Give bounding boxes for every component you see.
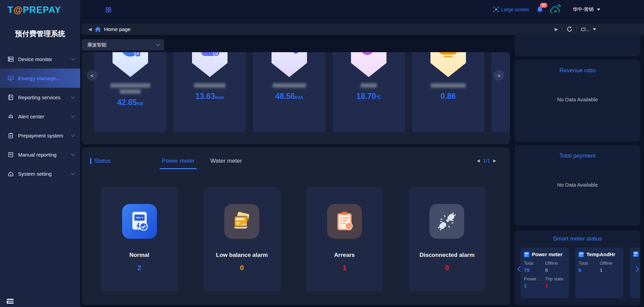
server-icon <box>8 56 14 62</box>
p-badge-icon: P <box>134 52 141 57</box>
section-accent-bar <box>90 158 91 164</box>
metric-shield: P S <box>272 52 307 77</box>
status-card-arrears[interactable]: 欠 Arrears 1 <box>306 187 383 291</box>
status-card-label: Normal <box>129 252 149 259</box>
metric-shield <box>351 52 386 77</box>
stat-label: Offline <box>600 261 621 266</box>
smart-meter-status-card: Smart meter status Power meter Total Off… <box>515 230 640 305</box>
status-card-count: 0 <box>240 264 244 272</box>
app-logo: T@PREPAY <box>0 0 80 15</box>
stat-label: Trip state <box>545 276 566 281</box>
status-section-title: Status <box>94 158 111 164</box>
smart-meter-status-title: Smart meter status <box>515 230 640 242</box>
status-card-count: 0 <box>445 264 449 272</box>
metric-value: 0.86 <box>441 92 456 101</box>
energy-chart-icon <box>8 75 14 82</box>
metric-card-temperature: 18.70℃ <box>333 52 405 132</box>
refresh-button[interactable] <box>567 26 572 32</box>
page-prev-button[interactable]: ◀ <box>477 158 480 163</box>
book-icon <box>8 94 14 101</box>
smart-meter-name: Power meter <box>532 251 562 257</box>
notification-count-badge: 85 <box>540 3 547 8</box>
sidebar-item-alert-center[interactable]: Alert center <box>0 107 80 126</box>
metric-shield: P <box>113 52 148 77</box>
caret-down-icon <box>597 9 600 11</box>
sidebar-item-system-setting[interactable]: System setting <box>0 164 80 183</box>
status-card-normal[interactable]: Normal 2 <box>101 187 178 291</box>
status-card-low-balance[interactable]: Low balance alarm 0 <box>204 187 280 291</box>
arrears-badge-glyph: 欠 <box>347 224 351 229</box>
notifications-button[interactable]: 85 <box>537 6 543 13</box>
smart-meter-name: TempAndHr <box>586 251 615 257</box>
chevron-down-icon <box>156 42 160 46</box>
q-badge-icon: Q <box>213 52 220 57</box>
arrears-clipboard-icon: 欠 <box>327 204 362 239</box>
redacted-label <box>273 83 306 88</box>
large-screen-button[interactable]: Large screen <box>493 7 529 12</box>
redacted-label <box>110 83 150 94</box>
stat-value: 8 <box>545 267 566 273</box>
back-arrow-button[interactable]: ◀ <box>88 27 92 32</box>
meter-icon <box>633 251 639 257</box>
stat-value: 6 <box>579 267 600 273</box>
metric-shield: Q <box>192 52 228 77</box>
sidebar-item-manual-reporting[interactable]: Manual reporting <box>0 145 80 164</box>
page-tag-select[interactable]: Cl... <box>581 27 596 32</box>
site-selector[interactable]: 康派智能 <box>82 39 164 50</box>
sidebar-item-energy-management[interactable]: Energy manage... <box>0 69 80 88</box>
meter-icon <box>524 252 529 257</box>
status-card-label: Low balance alarm <box>216 252 268 259</box>
metric-unit: kvar <box>215 95 224 100</box>
status-card-label: Arrears <box>334 252 355 259</box>
logo-at-icon: @ <box>14 5 23 15</box>
cos-phi-icon: cosφ <box>439 52 457 55</box>
sidebar-item-reporting-services[interactable]: Reporting services <box>0 88 80 107</box>
sidebar-item-prepayment-system[interactable]: Prepayment system <box>0 126 80 145</box>
logo-text: T <box>8 5 14 15</box>
meter-icon <box>579 252 584 257</box>
metric-value: 42.85 <box>117 98 137 107</box>
sidebar-item-device-monitor[interactable]: Device monitor <box>0 49 80 69</box>
stat-label: Total <box>579 261 600 266</box>
alarm-icon <box>8 113 14 120</box>
smart-meter-card-power: Power meter Total Offline 75 8 Power ...… <box>521 248 569 298</box>
stat-label: Total <box>524 261 545 266</box>
total-payment-card: Total payment No Data Available <box>515 145 640 226</box>
metric-value: 13.63 <box>195 92 215 101</box>
metric-card-reactive-power: Q 13.63kvar <box>174 52 246 132</box>
carousel-next-button[interactable]: > <box>494 70 504 81</box>
meter-ok-icon <box>122 204 157 239</box>
redacted-label <box>431 83 466 88</box>
scrolled-card-stub <box>515 33 640 56</box>
status-panel: Status Power meter Water meter ◀ 1/1 ▶ <box>82 147 510 305</box>
site-selector-value: 康派智能 <box>87 42 157 48</box>
status-tabs: Power meter Water meter <box>162 158 242 169</box>
payment-empty-state: No Data Available <box>515 182 640 188</box>
status-card-count: 1 <box>342 264 346 272</box>
divider <box>576 26 577 32</box>
collapse-sidebar-button[interactable] <box>7 299 14 304</box>
metric-card-partial <box>492 52 510 132</box>
metric-unit: ℃ <box>376 95 381 100</box>
droplet-icon <box>360 52 378 57</box>
breadcrumb[interactable]: Home page <box>104 26 131 32</box>
metric-card-apparent-power: P S 48.56kVA <box>253 52 325 132</box>
logo-text-rest: PREPAY <box>23 5 61 15</box>
status-card-disconnected[interactable]: Disconnected alarm 0 <box>409 187 485 291</box>
page-next-button[interactable]: ▶ <box>493 158 496 163</box>
user-menu[interactable]: 华中-营销 <box>573 6 600 13</box>
disconnected-plug-icon <box>429 204 464 239</box>
home-icon <box>95 27 101 32</box>
tab-water-meter[interactable]: Water meter <box>210 158 242 169</box>
carousel-prev-button[interactable]: < <box>87 70 98 81</box>
stat-value: 1 <box>600 267 621 273</box>
metrics-carousel: < > P 42.85kW <box>82 52 510 144</box>
sidebar-item-label: Energy manage... <box>18 75 60 81</box>
forward-arrow-button[interactable]: ▶ <box>555 27 558 32</box>
stat-value: 1 <box>545 283 566 289</box>
right-panel: Revenue ratio No Data Available Total pa… <box>515 35 640 305</box>
sidebar-item-label: Device monitor <box>18 56 52 62</box>
cloud-service-button[interactable]: π <box>550 4 561 15</box>
tab-power-meter[interactable]: Power meter <box>162 158 194 169</box>
apps-grid-icon[interactable] <box>105 6 112 14</box>
